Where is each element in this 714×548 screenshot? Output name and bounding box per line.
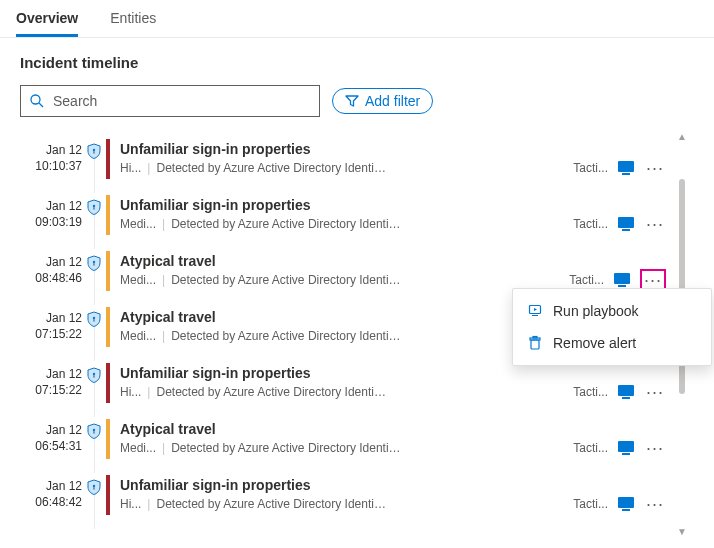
- svg-rect-19: [531, 340, 539, 349]
- scroll-up-icon[interactable]: ▲: [677, 131, 687, 142]
- severity-bar: [106, 195, 110, 235]
- detected-by: Detected by Azure Active Directory Ident…: [171, 329, 401, 343]
- alert-title: Atypical travel: [120, 421, 573, 437]
- severity-text: Hi...: [120, 161, 141, 175]
- row-body: Unfamiliar sign-in propertiesHi...|Detec…: [120, 139, 573, 179]
- alert-title: Atypical travel: [120, 253, 569, 269]
- tactics-label: Tacti...: [573, 217, 608, 231]
- svg-rect-13: [93, 431, 94, 433]
- shield-icon: [82, 251, 106, 291]
- row-body: Atypical travelMedi...|Detected by Azure…: [120, 307, 573, 347]
- severity-text: Medi...: [120, 217, 156, 231]
- playbook-icon: [527, 303, 543, 319]
- row-timestamp: Jan 1210:10:37: [22, 139, 82, 179]
- shield-icon: [82, 139, 106, 179]
- trash-icon: [527, 335, 543, 351]
- menu-remove-alert[interactable]: Remove alert: [513, 327, 711, 359]
- row-timestamp: Jan 1209:03:19: [22, 195, 82, 235]
- row-actions: Tacti...···: [569, 251, 666, 291]
- svg-point-0: [31, 95, 40, 104]
- svg-rect-7: [93, 263, 94, 265]
- svg-point-6: [93, 261, 95, 263]
- more-actions-button[interactable]: ···: [644, 215, 666, 233]
- svg-rect-3: [93, 151, 94, 153]
- svg-marker-18: [534, 308, 537, 311]
- row-body: Atypical travelMedi...|Detected by Azure…: [120, 251, 569, 291]
- search-input[interactable]: [53, 93, 311, 109]
- alert-meta: Medi...|Detected by Azure Active Directo…: [120, 217, 573, 231]
- scroll-down-icon[interactable]: ▼: [677, 526, 687, 537]
- alert-meta: Hi...|Detected by Azure Active Directory…: [120, 161, 573, 175]
- more-actions-button[interactable]: ···: [644, 495, 666, 513]
- svg-point-8: [93, 317, 95, 319]
- menu-run-label: Run playbook: [553, 303, 639, 319]
- timeline-row[interactable]: Jan 1210:10:37Unfamiliar sign-in propert…: [22, 131, 666, 187]
- monitor-icon: [618, 161, 634, 175]
- shield-icon: [82, 363, 106, 403]
- svg-point-10: [93, 373, 95, 375]
- row-body: Unfamiliar sign-in propertiesMedi...|Det…: [120, 195, 573, 235]
- row-timestamp: Jan 1206:48:42: [22, 475, 82, 515]
- detected-by: Detected by Azure Active Directory Ident…: [156, 497, 386, 511]
- svg-point-4: [93, 205, 95, 207]
- detected-by: Detected by Azure Active Directory Ident…: [156, 385, 386, 399]
- more-actions-button[interactable]: ···: [644, 159, 666, 177]
- severity-bar: [106, 363, 110, 403]
- alert-meta: Medi...|Detected by Azure Active Directo…: [120, 441, 573, 455]
- severity-text: Medi...: [120, 273, 156, 287]
- tactics-label: Tacti...: [573, 385, 608, 399]
- svg-rect-5: [93, 207, 94, 209]
- tab-overview[interactable]: Overview: [16, 0, 78, 37]
- more-actions-button[interactable]: ···: [644, 439, 666, 457]
- row-timestamp: Jan 1207:15:22: [22, 307, 82, 347]
- alert-title: Unfamiliar sign-in properties: [120, 197, 573, 213]
- severity-text: Medi...: [120, 329, 156, 343]
- row-body: Atypical travelMedi...|Detected by Azure…: [120, 419, 573, 459]
- severity-bar: [106, 307, 110, 347]
- filter-icon: [345, 94, 359, 108]
- tab-entities[interactable]: Entities: [110, 0, 156, 37]
- alert-title: Unfamiliar sign-in properties: [120, 477, 573, 493]
- alert-meta: Medi...|Detected by Azure Active Directo…: [120, 329, 573, 343]
- monitor-icon: [618, 385, 634, 399]
- row-actions: Tacti...···: [573, 139, 666, 179]
- svg-rect-9: [93, 319, 94, 321]
- alert-meta: Hi...|Detected by Azure Active Directory…: [120, 497, 573, 511]
- monitor-icon: [618, 217, 634, 231]
- shield-icon: [82, 475, 106, 515]
- severity-bar: [106, 251, 110, 291]
- shield-icon: [82, 307, 106, 347]
- tactics-label: Tacti...: [573, 161, 608, 175]
- severity-text: Medi...: [120, 441, 156, 455]
- severity-text: Hi...: [120, 497, 141, 511]
- monitor-icon: [618, 497, 634, 511]
- detected-by: Detected by Azure Active Directory Ident…: [156, 161, 386, 175]
- monitor-icon: [618, 441, 634, 455]
- timeline-row[interactable]: Jan 1209:03:19Unfamiliar sign-in propert…: [22, 187, 666, 243]
- row-actions: Tacti...···: [573, 363, 666, 403]
- severity-bar: [106, 475, 110, 515]
- menu-run-playbook[interactable]: Run playbook: [513, 295, 711, 327]
- menu-remove-label: Remove alert: [553, 335, 636, 351]
- svg-point-12: [93, 429, 95, 431]
- svg-rect-17: [532, 315, 538, 316]
- filter-label: Add filter: [365, 93, 420, 109]
- alert-title: Atypical travel: [120, 309, 573, 325]
- timeline-row[interactable]: Jan 1206:54:31Atypical travelMedi...|Det…: [22, 411, 666, 467]
- svg-rect-11: [93, 375, 94, 377]
- alert-title: Unfamiliar sign-in properties: [120, 141, 573, 157]
- svg-point-2: [93, 149, 95, 151]
- tabs: Overview Entities: [0, 0, 714, 38]
- more-actions-button[interactable]: ···: [644, 383, 666, 401]
- svg-rect-15: [93, 487, 94, 489]
- search-box[interactable]: [20, 85, 320, 117]
- detected-by: Detected by Azure Active Directory Ident…: [171, 441, 401, 455]
- row-actions: Tacti...···: [573, 195, 666, 235]
- toolbar: Add filter: [20, 85, 694, 117]
- shield-icon: [82, 419, 106, 459]
- add-filter-button[interactable]: Add filter: [332, 88, 433, 114]
- search-icon: [29, 93, 45, 109]
- section-title: Incident timeline: [20, 54, 694, 71]
- alert-meta: Medi...|Detected by Azure Active Directo…: [120, 273, 569, 287]
- timeline-row[interactable]: Jan 1206:48:42Unfamiliar sign-in propert…: [22, 467, 666, 523]
